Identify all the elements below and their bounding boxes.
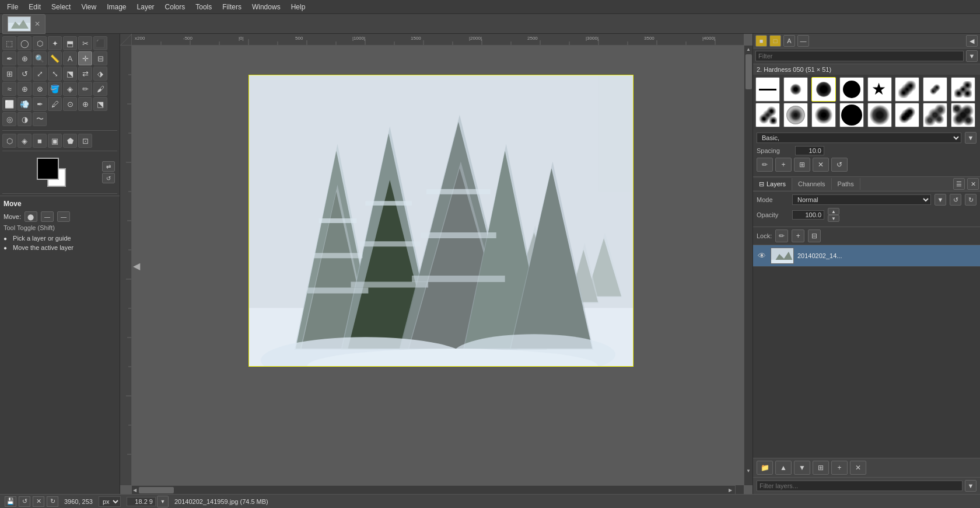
tab-paths[interactable]: Paths (832, 178, 860, 190)
tool-clone[interactable]: ⊙ (63, 97, 77, 111)
tool-flip[interactable]: ⇄ (78, 67, 92, 81)
layers-search-dropdown[interactable]: ▼ (965, 480, 977, 492)
panel-icon-square[interactable]: ■ (755, 35, 767, 47)
menu-file[interactable]: File (2, 2, 23, 12)
tool-extra-4[interactable]: ▣ (48, 134, 62, 148)
mode-select[interactable]: Normal (792, 194, 931, 205)
tool-perspective-clone[interactable]: ⬔ (93, 97, 107, 111)
panel-icon-box[interactable]: □ (769, 35, 781, 47)
tool-text[interactable]: A (63, 51, 77, 65)
move-option-btn1[interactable]: ⬤ (24, 211, 37, 222)
brush-copy-btn[interactable]: ⊞ (794, 158, 810, 172)
brush-filter-input[interactable] (755, 51, 964, 61)
menu-help[interactable]: Help (286, 2, 310, 12)
tool-zoom[interactable]: 🔍 (33, 51, 47, 65)
layers-panel-close[interactable]: ✕ (967, 178, 979, 190)
layers-search-input[interactable] (757, 481, 963, 491)
tool-warp[interactable]: ≈ (2, 82, 16, 96)
brush-item-9[interactable] (755, 103, 780, 127)
status-close-btn[interactable]: ✕ (33, 496, 44, 507)
layer-visibility-0[interactable]: 👁 (757, 250, 767, 261)
layer-item-0[interactable]: 👁 20140202_14... (753, 245, 980, 267)
status-reload-btn[interactable]: ↻ (47, 496, 58, 507)
tool-handle-transform[interactable]: ⊗ (33, 82, 47, 96)
new-layer-btn[interactable]: + (831, 461, 848, 475)
status-undo-btn[interactable]: ↺ (19, 496, 30, 507)
brush-preset-select[interactable]: Basic, (757, 133, 961, 143)
layers-panel-menu[interactable]: ☰ (953, 178, 965, 190)
brush-item-3[interactable] (811, 77, 836, 102)
tab-image[interactable]: ✕ (2, 14, 46, 34)
color-indicator[interactable] (37, 158, 66, 187)
canvas-viewport[interactable]: ◀ (132, 46, 744, 485)
move-option-btn3[interactable]: — (57, 211, 70, 222)
tool-unified-transform[interactable]: ⊕ (18, 82, 32, 96)
tool-blur[interactable]: ◎ (2, 112, 16, 126)
color-foreground[interactable] (37, 158, 59, 180)
tool-cage[interactable]: ⬗ (93, 67, 107, 81)
scroll-thumb-v[interactable] (746, 54, 752, 89)
nav-left-arrow[interactable]: ◀ (133, 260, 140, 271)
panel-icon-text[interactable]: A (783, 35, 795, 47)
swap-colors-button[interactable]: ⇄ (102, 161, 115, 172)
tool-measure[interactable]: 📏 (48, 51, 62, 65)
tool-smudge[interactable]: 〜 (33, 112, 47, 126)
scroll-left-arrow[interactable]: ◀ (132, 486, 138, 494)
tool-extra-5[interactable]: ⬟ (63, 134, 77, 148)
brush-item-4[interactable] (839, 77, 864, 102)
menu-layer[interactable]: Layer (132, 2, 159, 12)
menu-windows[interactable]: Windows (247, 2, 285, 12)
tool-color-picker[interactable]: ⊕ (18, 51, 32, 65)
brush-new-btn[interactable]: + (775, 158, 792, 172)
tool-blend[interactable]: ◈ (63, 82, 77, 96)
statusbar-zoom-dropdown[interactable]: ▼ (157, 496, 169, 507)
panel-collapse-button[interactable]: ◀ (966, 35, 978, 47)
brush-item-15[interactable] (923, 103, 947, 127)
tool-extra-6[interactable]: ⊡ (78, 134, 92, 148)
raise-layer-btn[interactable]: ▲ (775, 461, 792, 475)
tool-paintbucket[interactable]: 🪣 (48, 82, 62, 96)
tool-eraser[interactable]: ⬜ (2, 97, 16, 111)
tool-airbrush[interactable]: 💨 (18, 97, 32, 111)
brush-item-2[interactable] (783, 77, 808, 102)
menu-edit[interactable]: Edit (24, 2, 46, 12)
brush-edit-btn[interactable]: ✏ (757, 158, 773, 172)
opacity-input[interactable] (792, 210, 824, 220)
lock-position-btn[interactable]: + (792, 229, 804, 242)
tool-ellipse-select[interactable]: ◯ (18, 36, 32, 50)
tool-ink[interactable]: ✒ (33, 97, 47, 111)
spacing-input[interactable] (795, 146, 824, 155)
scroll-up-arrow[interactable]: ▲ (745, 46, 752, 53)
panel-icon-dash[interactable]: — (797, 35, 809, 47)
tab-layers[interactable]: ⊟ Layers (753, 178, 792, 190)
brush-refresh-btn[interactable]: ↺ (831, 158, 848, 172)
new-layer-group-btn[interactable]: 📁 (757, 461, 773, 475)
brush-item-14[interactable] (895, 103, 919, 127)
scrollbar-vertical[interactable]: ▲ ▼ (744, 46, 752, 485)
brush-item-7[interactable] (923, 77, 947, 102)
mode-redo-btn[interactable]: ↻ (965, 194, 977, 206)
brush-item-10[interactable] (783, 103, 808, 127)
option1-text[interactable]: Pick a layer or guide (13, 235, 71, 242)
menu-tools[interactable]: Tools (191, 2, 216, 12)
lock-pixels-btn[interactable]: ✏ (775, 229, 788, 242)
tool-select-by-color[interactable]: ⬒ (63, 36, 77, 50)
tool-extra-2[interactable]: ◈ (18, 134, 32, 148)
tool-move[interactable]: ✛ (78, 51, 92, 65)
scroll-right-arrow[interactable]: ▶ (727, 486, 733, 494)
tool-pencil[interactable]: ✏ (78, 82, 92, 96)
statusbar-unit-select[interactable]: px (99, 496, 121, 507)
tool-crop[interactable]: ⊞ (2, 67, 16, 81)
menu-image[interactable]: Image (102, 2, 131, 12)
tool-foreground-select[interactable]: ⬛ (93, 36, 107, 50)
brush-item-5[interactable]: ★ (867, 77, 892, 102)
scrollbar-horizontal[interactable]: ◀ ▶ (132, 485, 744, 494)
opacity-up-btn[interactable]: ▲ (828, 208, 839, 215)
tool-rect-select[interactable]: ⬚ (2, 36, 16, 50)
tool-extra-1[interactable]: ⬡ (2, 134, 16, 148)
menu-select[interactable]: Select (47, 2, 75, 12)
tool-scale[interactable]: ⤢ (33, 67, 47, 81)
tool-perspective[interactable]: ⬔ (63, 67, 77, 81)
reset-colors-button[interactable]: ↺ (102, 173, 115, 183)
tool-align[interactable]: ⊟ (93, 51, 107, 65)
